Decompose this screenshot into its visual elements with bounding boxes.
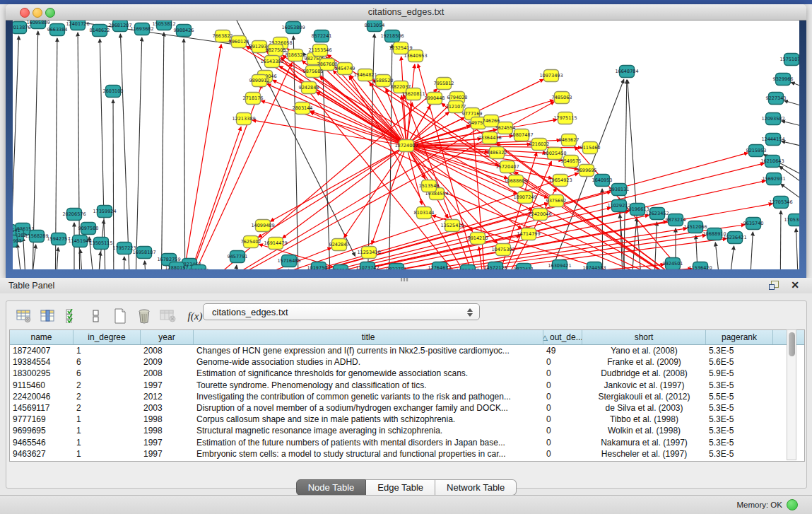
node-label: 13525410 — [440, 223, 464, 228]
citation-network-graph[interactable]: 2201387616095809966338412401726814862220… — [13, 21, 799, 269]
node-label: 9635740 — [743, 221, 764, 226]
table-scrollbar[interactable] — [787, 329, 796, 460]
table-cell: Tourette syndrome. Phenomenology and cla… — [194, 380, 543, 390]
table-cell: 9777169 — [10, 414, 73, 424]
table-cell: Jankovic et al. (1997) — [582, 380, 706, 390]
column-header-out_de[interactable]: △out_de... — [543, 330, 582, 344]
table-row[interactable]: 1456911722003Disruption of a novel membe… — [10, 402, 804, 414]
tab-edge-table[interactable]: Edge Table — [366, 479, 435, 496]
node-label: 10688609 — [504, 178, 527, 184]
column-header-year[interactable]: year — [141, 330, 194, 344]
column-header-in_degree[interactable]: in_degree — [73, 330, 141, 344]
table-cell: 0 — [543, 380, 582, 390]
node-label: 8938131 — [609, 187, 630, 192]
node-label: 10973493 — [539, 73, 563, 78]
table-row[interactable]: 946554611997Estimation of the future num… — [10, 437, 804, 448]
window-titlebar[interactable]: citations_edges.txt — [6, 4, 806, 21]
node-label: 746266 — [483, 118, 500, 124]
table-row[interactable]: 977716911998Corpus callosum shape and si… — [10, 414, 804, 425]
node-label: 2718176 — [243, 95, 264, 101]
tab-node-table[interactable]: Node Table — [296, 479, 367, 496]
node-label: 2603100 — [103, 88, 124, 94]
table-cell: Stergiakouli et al. (2012) — [582, 392, 706, 402]
table-cell: 0 — [543, 392, 582, 402]
node-label: 9457791 — [228, 254, 248, 259]
select-all-rows-icon[interactable] — [63, 308, 81, 325]
node-label: 8148622 — [90, 28, 110, 33]
column-header-name[interactable]: name — [10, 330, 73, 344]
sort-ascending-icon: △ — [543, 334, 548, 341]
node-label: 16095809 — [26, 21, 49, 25]
table-cell: 2009 — [141, 357, 194, 367]
table-cell: 5.3E-5 — [706, 414, 773, 424]
float-window-icon[interactable] — [769, 281, 779, 290]
table-cell: Dudbridge et al. (2008) — [582, 368, 706, 378]
table-cell: 5.3E-5 — [706, 380, 773, 390]
table-cell: 1 — [73, 438, 141, 448]
table-row[interactable]: 911546021997Tourette syndrome. Phenomeno… — [10, 380, 804, 391]
node-label: 8813054 — [365, 23, 385, 28]
insert-column-icon[interactable] — [39, 308, 57, 325]
table-row[interactable]: 2242004622012Investigating the contribut… — [10, 391, 804, 402]
table-row[interactable]: 1830029562008Estimation of significance … — [10, 368, 804, 379]
tab-network-table[interactable]: Network Table — [435, 479, 517, 496]
column-header-short[interactable]: short — [582, 330, 706, 344]
table-selector-dropdown[interactable]: citations_edges.txt — [203, 303, 480, 320]
table-cell: 2008 — [141, 346, 194, 356]
node-label: 21153546 — [308, 47, 331, 53]
node-label: 2803144 — [293, 105, 313, 111]
column-header-pagerank[interactable]: pagerank — [706, 330, 773, 344]
node-label: 10807487 — [510, 132, 533, 138]
node-label: 9227343 — [766, 95, 787, 101]
row-height-icon[interactable] — [87, 308, 105, 325]
node-label: 15751074 — [779, 57, 799, 62]
table-cell: 2 — [73, 380, 141, 390]
memory-status-icon[interactable] — [787, 499, 798, 510]
table-cell: 0 — [543, 449, 582, 459]
application-window: citations_edges.txt 220138761609580996 — [0, 0, 812, 514]
table-cell: Changes of HCN gene expression and I(f) … — [194, 346, 543, 356]
table-cell: 1997 — [141, 380, 194, 390]
new-table-icon[interactable] — [111, 308, 129, 325]
node-label: 11568289 — [25, 233, 48, 239]
network-canvas[interactable]: 2201387616095809966338412401726814862220… — [13, 21, 799, 269]
table-cell: Genome-wide association studies in ADHD. — [194, 357, 543, 367]
table-row[interactable]: 946362711997Embryonic stem cells: a mode… — [10, 448, 804, 460]
table-cell: 2003 — [141, 403, 194, 413]
table-cell: 14569117 — [10, 403, 73, 413]
table-row[interactable]: 1872400712008Changes of HCN gene express… — [10, 345, 804, 356]
table-cell: 18724007 — [10, 346, 73, 356]
scrollbar-thumb[interactable] — [789, 332, 795, 356]
node-label: 9242847 — [329, 242, 350, 247]
delete-icon[interactable] — [135, 308, 153, 325]
node-label: 14572128 — [483, 265, 507, 269]
close-panel-icon[interactable]: ✕ — [791, 279, 799, 291]
node-label: 12764631 — [428, 265, 451, 269]
table-cell: 6 — [73, 368, 141, 378]
node-table[interactable]: namein_degreeyeartitle△out_de...shortpag… — [9, 329, 805, 462]
node-label: 6216022 — [529, 141, 550, 147]
memory-status-label: Memory: OK — [736, 501, 782, 509]
table-row[interactable]: 969969511998Structural magnetic resonanc… — [10, 425, 804, 436]
table-cell: 18300295 — [10, 368, 73, 378]
table-cell: 5.9E-5 — [706, 368, 773, 378]
column-header-title[interactable]: title — [194, 330, 543, 344]
node-label: 12880157 — [165, 265, 188, 269]
node-label: 9890912 — [249, 78, 270, 83]
table-row[interactable]: 1938455462009Genome-wide association stu… — [10, 356, 804, 368]
node-label: 18907249 — [513, 194, 536, 200]
table-panel-titlebar[interactable]: Table Panel ✕ — [0, 278, 812, 294]
table-settings-icon[interactable] — [15, 308, 33, 325]
table-body[interactable]: 1872400712008Changes of HCN gene express… — [10, 345, 804, 460]
node-label: 16210643 — [760, 158, 784, 164]
node-label: 13505115 — [89, 240, 112, 246]
node-label: 16914479 — [264, 240, 287, 246]
node-label: 10197501 — [307, 265, 330, 269]
table-header-row[interactable]: namein_degreeyeartitle△out_de...shortpag… — [10, 330, 804, 345]
table-cell: 0 — [543, 368, 582, 378]
table-cell: 9465546 — [10, 438, 73, 448]
table-cell: Disruption of a novel member of a sodium… — [194, 403, 543, 413]
split-pane-grip[interactable] — [401, 278, 409, 281]
node-label: 12325419 — [389, 45, 412, 51]
node-label: 16309421 — [548, 263, 571, 269]
